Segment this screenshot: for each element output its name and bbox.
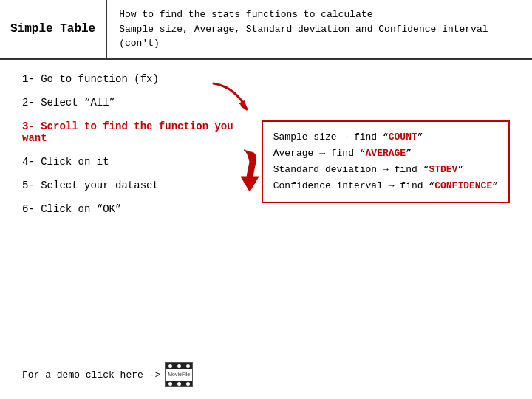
- info-line2-prefix: Average → find “: [273, 148, 366, 159]
- header: Simple Table How to find the stats funct…: [0, 0, 532, 60]
- step1-label: 1- Go to function (fx): [22, 73, 159, 85]
- info-line2-suffix: ”: [406, 148, 412, 159]
- movie-strip-bottom: [166, 381, 192, 386]
- movie-file-icon[interactable]: MovieFile: [165, 362, 193, 387]
- info-line3-prefix: Standard deviation → find “: [273, 164, 429, 175]
- page-title: Simple Table: [10, 22, 95, 35]
- demo-text: For a demo click here ->: [22, 369, 160, 381]
- step5-label: 5- Select your dataset: [22, 180, 159, 191]
- info-line1-suffix: ”: [417, 132, 423, 143]
- description-line1: How to find the stats functions to calcu…: [119, 9, 372, 20]
- movie-strip-top: [166, 363, 192, 369]
- step3-label: 3- Scroll to find the function you want: [22, 120, 233, 144]
- info-line2-keyword: AVERAGE: [366, 148, 406, 159]
- red-curved-arrow-icon: [206, 80, 258, 132]
- svg-marker-0: [239, 100, 247, 109]
- description-line2: Sample size, Average, Standard deviation…: [119, 24, 488, 35]
- main-content: 1- Go to function (fx) 2- Select “All” 3…: [0, 60, 532, 234]
- info-line4-prefix: Confidence interval → find “: [273, 180, 434, 191]
- info-line3-suffix: ”: [457, 164, 463, 175]
- info-line3-keyword: STDEV: [429, 164, 457, 175]
- info-box: Sample size → find “COUNT” Average → fin…: [262, 120, 510, 203]
- info-line4-suffix: ”: [492, 180, 498, 191]
- header-description: How to find the stats functions to calcu…: [107, 0, 532, 58]
- description-line3: (con't): [119, 38, 160, 49]
- step2-label: 2- Select “All”: [22, 97, 115, 109]
- step4-label: 4- Click on it: [22, 156, 109, 168]
- movie-icon-label: MovieFile: [166, 369, 192, 381]
- footer: For a demo click here -> MovieFile: [22, 362, 193, 387]
- info-line1-keyword: COUNT: [389, 132, 417, 143]
- step6-label: 6- Click on “OK”: [22, 203, 121, 215]
- info-line4-keyword: CONFIDENCE: [434, 180, 492, 191]
- header-title-box: Simple Table: [0, 0, 107, 58]
- info-line1-prefix: Sample size → find “: [273, 132, 389, 143]
